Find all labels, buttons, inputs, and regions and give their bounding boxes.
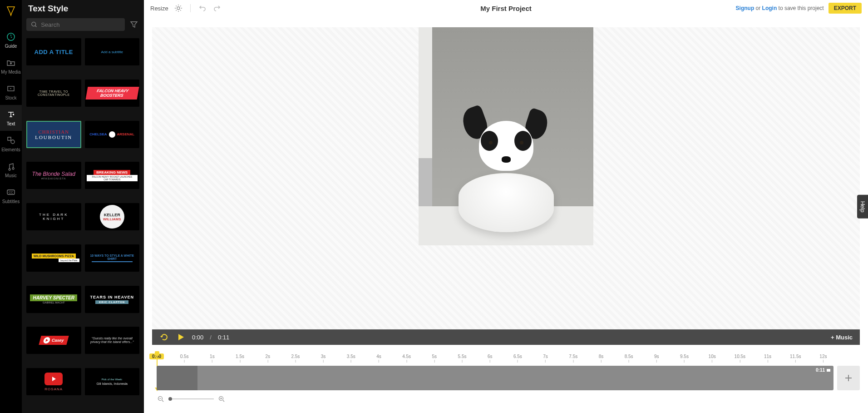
rail-elements[interactable]: Elements	[0, 131, 22, 157]
text-icon	[6, 109, 16, 119]
add-clip-button[interactable]	[837, 366, 860, 390]
settings-button[interactable]	[174, 4, 183, 13]
ruler-tick: 12s	[819, 354, 827, 363]
style-tears-heaven[interactable]: TEARS IN HEAVENERIC CLAPTON	[85, 286, 140, 313]
total-time: 0:11	[218, 334, 229, 341]
dog-illustration	[461, 107, 552, 184]
ruler-tick: 6.5s	[513, 354, 522, 363]
rail-text[interactable]: Text	[0, 105, 22, 131]
search-box[interactable]	[26, 18, 125, 31]
app-logo[interactable]	[4, 4, 18, 18]
style-falcon[interactable]: FALCON HEAVY BOOSTERS	[85, 80, 140, 107]
undo-button[interactable]	[198, 4, 207, 13]
style-guests-quote[interactable]: "Guests really like the overall privacy …	[85, 327, 140, 354]
current-time: 0:00	[192, 334, 203, 341]
svg-rect-2	[8, 137, 11, 140]
rail-elements-label: Elements	[1, 147, 20, 152]
canvas-stage[interactable]	[152, 27, 860, 329]
style-louboutin[interactable]: CHRISTIANLOUBOUTIN	[26, 121, 81, 148]
ruler-tick: 4.5s	[402, 354, 411, 363]
zoom-handle[interactable]	[168, 397, 172, 401]
ruler-tick: 8s	[599, 354, 604, 363]
style-harvey-specter[interactable]: HARVEY SPECTERGABRIEL MACHT	[26, 286, 81, 313]
clip-duration: 0:11	[816, 368, 831, 373]
ruler-tick: 5.5s	[458, 354, 467, 363]
login-link[interactable]: Login	[762, 5, 777, 11]
help-tab[interactable]: Help	[857, 194, 868, 219]
undo-icon	[198, 4, 207, 12]
ruler-tick: 10s	[709, 354, 716, 363]
playbar: 0:00 / 0:11 + Music	[152, 329, 860, 345]
lightbulb-icon	[6, 32, 16, 42]
play-button[interactable]	[176, 332, 186, 342]
zoom-slider[interactable]	[168, 398, 214, 399]
youtube-icon	[44, 373, 63, 385]
redo-button[interactable]	[212, 4, 222, 13]
ruler-tick: 2s	[265, 354, 270, 363]
ruler-tick: 9.5s	[680, 354, 689, 363]
style-chelsea-arsenal[interactable]: CHELSEAARSENAL	[85, 121, 140, 148]
ruler-tick: 11.5s	[790, 354, 801, 363]
style-grid: ADD A TITLE Add a subtitle TIME TRAVEL T…	[22, 35, 144, 413]
canvas-area	[144, 16, 868, 329]
style-pizza[interactable]: WILD MUSHROOMS PIZZAbeyond the Plate	[26, 244, 81, 272]
main-area: Resize My First Project Signup or Login …	[144, 0, 868, 413]
ruler-tick: 0.5s	[180, 354, 189, 363]
text-style-panel: Text Style ADD A TITLE Add a subtitle TI…	[22, 0, 144, 413]
rail-stock[interactable]: Stock	[0, 79, 22, 105]
ruler-tick: 1.5s	[236, 354, 244, 363]
redo-icon	[213, 4, 221, 12]
style-gili[interactable]: Pick of the Week:Gili Islands, Indonesia	[85, 368, 140, 395]
style-white-shirt[interactable]: 10 WAYS TO STYLE A WHITE SHIRT	[85, 244, 140, 272]
ruler-tick: 1s	[210, 354, 215, 363]
style-rosana[interactable]: ROSANA	[26, 368, 81, 395]
style-blonde-salad[interactable]: The Blonde Salad#FASHIONISTA	[26, 162, 81, 189]
ruler-tick: 2.5s	[291, 354, 300, 363]
ruler-tick: 3s	[321, 354, 326, 363]
style-breaking-news[interactable]: BREAKING NEWSFALCON HEAVY ROCKET LAUNCHE…	[85, 162, 140, 189]
restart-button[interactable]	[159, 332, 169, 342]
video-clip[interactable]: 0:11	[157, 366, 833, 390]
signup-link[interactable]: Signup	[736, 5, 755, 11]
zoom-in-button[interactable]	[217, 395, 226, 403]
style-keller-williams[interactable]: KELLERWILLIAMS	[85, 203, 140, 230]
film-icon	[6, 84, 16, 94]
rail-mymedia[interactable]: My Media	[0, 53, 22, 79]
resize-button[interactable]: Resize	[150, 5, 168, 12]
rail-guide[interactable]: Guide	[0, 27, 22, 53]
bowl-illustration	[459, 173, 554, 232]
restart-icon	[160, 333, 169, 342]
timeline-ruler[interactable]: 0:00 0.5s1s1.5s2s2.5s3s3.5s4s4.5s5s5.5s6…	[157, 354, 837, 366]
ruler-tick: 3.5s	[347, 354, 355, 363]
search-input[interactable]	[41, 21, 120, 28]
rail-music-label: Music	[5, 173, 17, 178]
project-title[interactable]: My First Project	[480, 5, 532, 12]
rail-subtitles[interactable]: CC Subtitles	[0, 183, 22, 209]
style-casey[interactable]: Casey	[26, 327, 81, 354]
export-button[interactable]: EXPORT	[829, 3, 862, 14]
filter-button[interactable]	[128, 19, 139, 30]
rail-stock-label: Stock	[5, 95, 16, 100]
shapes-icon	[6, 135, 16, 145]
style-timetravel[interactable]: TIME TRAVEL TOCONSTANTINOPLE	[26, 80, 81, 107]
style-add-subtitle[interactable]: Add a subtitle	[85, 38, 140, 65]
video-preview[interactable]	[419, 27, 593, 245]
rail-text-label: Text	[7, 121, 15, 126]
svg-rect-8	[827, 369, 830, 372]
add-music-button[interactable]: + Music	[831, 334, 853, 341]
style-dark-knight[interactable]: THE DARK KNIGHT	[26, 203, 81, 230]
rail-music[interactable]: Music	[0, 157, 22, 183]
plus-icon	[843, 373, 853, 383]
rail-mymedia-label: My Media	[1, 70, 20, 75]
music-icon	[6, 161, 16, 171]
topbar: Resize My First Project Signup or Login …	[144, 0, 868, 16]
zoom-in-icon	[218, 396, 225, 402]
ruler-tick: 5s	[432, 354, 437, 363]
svg-point-3	[11, 140, 15, 144]
style-add-title[interactable]: ADD A TITLE	[26, 38, 81, 65]
left-rail: Guide My Media Stock Text Elements Music…	[0, 0, 22, 413]
ruler-tick: 6s	[488, 354, 493, 363]
zoom-controls	[157, 395, 860, 403]
zoom-out-button[interactable]	[157, 395, 165, 403]
svg-text:CC: CC	[9, 191, 13, 194]
